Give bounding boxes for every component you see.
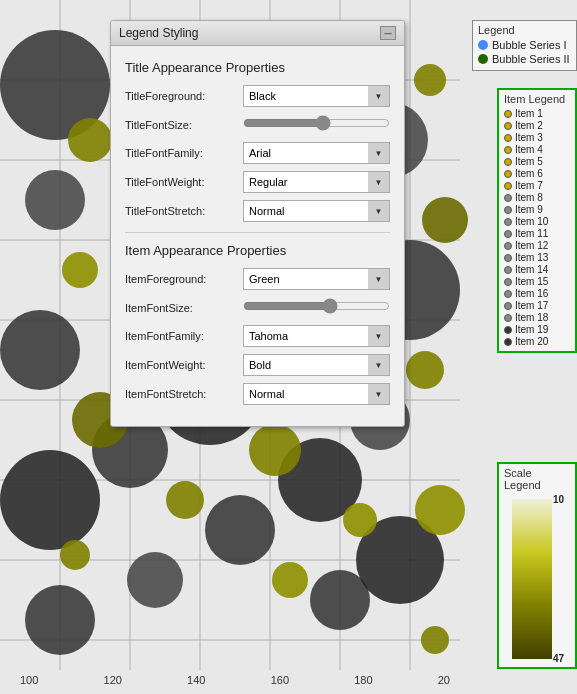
item-dot-18 xyxy=(504,314,512,322)
item-dot-7 xyxy=(504,182,512,190)
item-legend-row: Item 10 xyxy=(504,216,570,227)
item-label-16: Item 16 xyxy=(515,288,548,299)
axis-label-100: 100 xyxy=(20,674,38,686)
title-fontstretch-label: TitleFontStretch: xyxy=(125,205,243,217)
item-label-5: Item 5 xyxy=(515,156,543,167)
title-fontstretch-select[interactable]: NormalCondensedExpanded xyxy=(243,200,390,222)
item-label-18: Item 18 xyxy=(515,312,548,323)
item-foreground-label: ItemForeground: xyxy=(125,273,243,285)
legend-item-series1: Bubble Series I xyxy=(478,39,571,51)
scale-gradient xyxy=(512,499,552,659)
axis-label-120: 120 xyxy=(104,674,122,686)
item-fontfamily-select[interactable]: TahomaArialVerdana xyxy=(243,325,390,347)
panel-title: Legend Styling xyxy=(119,26,198,40)
item-dot-1 xyxy=(504,110,512,118)
svg-point-54 xyxy=(414,64,446,96)
item-label-3: Item 3 xyxy=(515,132,543,143)
title-fontstretch-control: NormalCondensedExpanded xyxy=(243,200,390,222)
svg-point-49 xyxy=(272,562,308,598)
title-foreground-row: TitleForeground: Black WhiteRedGreen xyxy=(125,85,390,107)
item-foreground-select[interactable]: GreenBlackWhiteRed xyxy=(243,268,390,290)
item-dot-13 xyxy=(504,254,512,262)
item-fontstretch-label: ItemFontStretch: xyxy=(125,388,243,400)
item-fontstretch-control: NormalCondensedExpanded xyxy=(243,383,390,405)
svg-point-55 xyxy=(422,197,468,243)
axis-label-180: 180 xyxy=(354,674,372,686)
item-label-8: Item 8 xyxy=(515,192,543,203)
item-dot-16 xyxy=(504,290,512,298)
item-label-20: Item 20 xyxy=(515,336,548,347)
item-label-7: Item 7 xyxy=(515,180,543,191)
item-dot-10 xyxy=(504,218,512,226)
item-label-1: Item 1 xyxy=(515,108,543,119)
svg-point-17 xyxy=(0,450,100,550)
axis-label-140: 140 xyxy=(187,674,205,686)
item-legend-row: Item 16 xyxy=(504,288,570,299)
minimize-button[interactable]: ─ xyxy=(380,26,396,40)
item-dot-4 xyxy=(504,146,512,154)
item-dot-3 xyxy=(504,134,512,142)
svg-point-40 xyxy=(60,540,90,570)
svg-point-38 xyxy=(62,252,98,288)
svg-point-53 xyxy=(343,503,377,537)
item-dot-9 xyxy=(504,206,512,214)
item-label-2: Item 2 xyxy=(515,120,543,131)
item-fontstretch-select[interactable]: NormalCondensedExpanded xyxy=(243,383,390,405)
item-legend-row: Item 3 xyxy=(504,132,570,143)
item-fontweight-select[interactable]: BoldRegularItalic xyxy=(243,354,390,376)
scale-top-value: 10 xyxy=(553,494,564,505)
item-dot-20 xyxy=(504,338,512,346)
item-label-10: Item 10 xyxy=(515,216,548,227)
item-label-19: Item 19 xyxy=(515,324,548,335)
title-fontfamily-select[interactable]: ArialTahomaVerdana xyxy=(243,142,390,164)
item-legend-row: Item 1 xyxy=(504,108,570,119)
item-label-11: Item 11 xyxy=(515,228,548,239)
item-legend-row: Item 20 xyxy=(504,336,570,347)
series2-label: Bubble Series II xyxy=(492,53,570,65)
legend-styling-panel: Legend Styling ─ Title Appearance Proper… xyxy=(110,20,405,427)
legend-title: Legend xyxy=(478,24,571,36)
item-fontweight-row: ItemFontWeight: BoldRegularItalic xyxy=(125,354,390,376)
item-legend-row: Item 12 xyxy=(504,240,570,251)
item-legend-row: Item 7 xyxy=(504,180,570,191)
panel-content: Title Appearance Properties TitleForegro… xyxy=(111,46,404,426)
panel-titlebar: Legend Styling ─ xyxy=(111,21,404,46)
title-foreground-label: TitleForeground: xyxy=(125,90,243,102)
title-foreground-select[interactable]: Black WhiteRedGreen xyxy=(243,85,390,107)
scale-legend-title: Scale Legend xyxy=(504,467,570,491)
title-fontweight-select[interactable]: RegularBoldItalic xyxy=(243,171,390,193)
svg-point-16 xyxy=(0,310,80,390)
item-label-9: Item 9 xyxy=(515,204,543,215)
title-fontweight-control: RegularBoldItalic xyxy=(243,171,390,193)
svg-point-18 xyxy=(25,585,95,655)
title-fontweight-label: TitleFontWeight: xyxy=(125,176,243,188)
item-label-6: Item 6 xyxy=(515,168,543,179)
item-legend-row: Item 13 xyxy=(504,252,570,263)
item-fontsize-row: ItemFontSize: xyxy=(125,297,390,318)
svg-point-44 xyxy=(166,481,204,519)
series1-dot xyxy=(478,40,488,50)
svg-point-23 xyxy=(127,552,183,608)
item-dot-12 xyxy=(504,242,512,250)
item-legend-row: Item 2 xyxy=(504,120,570,131)
title-fontsize-control xyxy=(243,114,390,135)
svg-point-57 xyxy=(415,485,465,535)
item-legend-row: Item 6 xyxy=(504,168,570,179)
item-dot-17 xyxy=(504,302,512,310)
axis-label-20: 20 xyxy=(438,674,450,686)
item-label-13: Item 13 xyxy=(515,252,548,263)
item-dot-11 xyxy=(504,230,512,238)
title-section-header: Title Appearance Properties xyxy=(125,60,390,75)
item-fontsize-slider[interactable] xyxy=(243,297,390,315)
section-divider xyxy=(125,232,390,233)
item-legend-row: Item 5 xyxy=(504,156,570,167)
title-fontsize-row: TitleFontSize: xyxy=(125,114,390,135)
item-foreground-control: GreenBlackWhiteRed xyxy=(243,268,390,290)
item-label-4: Item 4 xyxy=(515,144,543,155)
svg-point-37 xyxy=(68,118,112,162)
title-fontsize-slider[interactable] xyxy=(243,114,390,132)
svg-point-58 xyxy=(421,626,449,654)
item-legend-row: Item 9 xyxy=(504,204,570,215)
item-label-17: Item 17 xyxy=(515,300,548,311)
item-dot-15 xyxy=(504,278,512,286)
